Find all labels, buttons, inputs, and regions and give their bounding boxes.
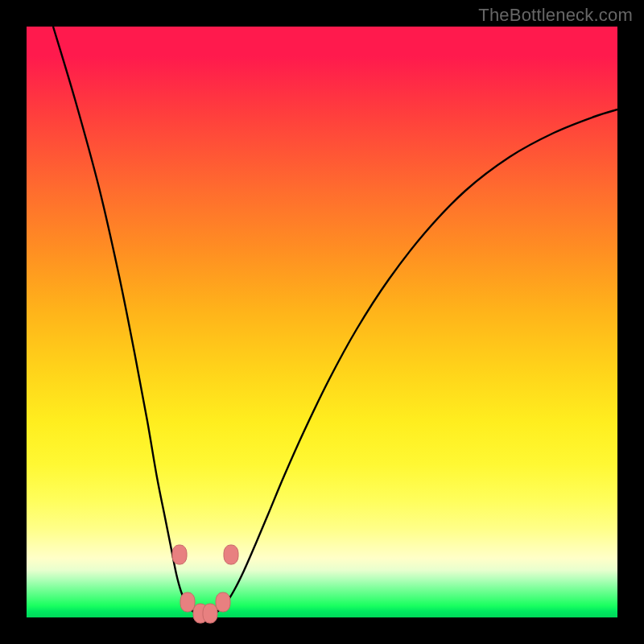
curve-marker (180, 592, 195, 612)
chart-plot-area (27, 27, 617, 617)
curve-markers (172, 545, 238, 623)
bottleneck-curve (53, 27, 617, 616)
curve-marker (172, 545, 187, 564)
curve-marker (224, 545, 238, 564)
curve-marker (216, 592, 230, 612)
watermark-text: TheBottleneck.com (478, 5, 633, 26)
curve-marker (203, 604, 217, 623)
chart-svg (27, 27, 617, 617)
